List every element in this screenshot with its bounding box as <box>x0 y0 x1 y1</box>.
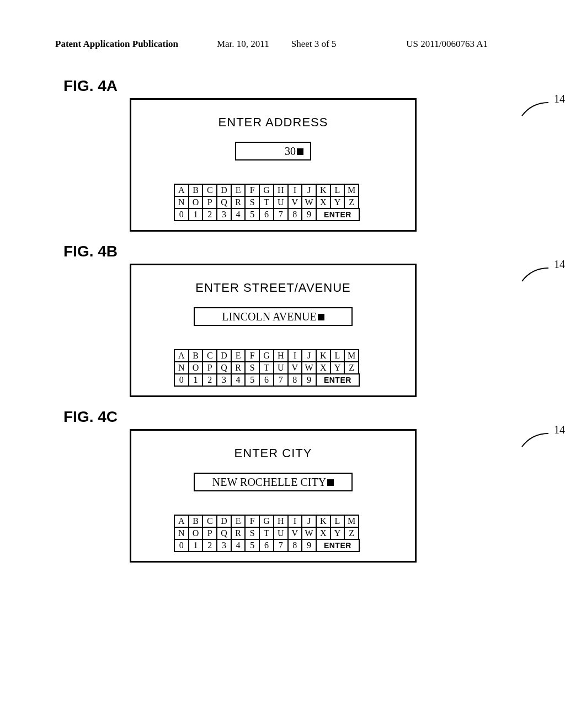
key-w[interactable]: W <box>301 361 317 374</box>
key-0[interactable]: 0 <box>174 539 189 552</box>
key-z[interactable]: Z <box>344 527 359 540</box>
key-enter[interactable]: ENTER <box>316 373 360 387</box>
key-j[interactable]: J <box>301 349 317 362</box>
key-2[interactable]: 2 <box>202 208 217 221</box>
key-v[interactable]: V <box>287 361 303 374</box>
key-8[interactable]: 8 <box>287 539 303 552</box>
key-7[interactable]: 7 <box>273 373 289 387</box>
key-enter[interactable]: ENTER <box>316 539 360 552</box>
key-z[interactable]: Z <box>344 196 359 209</box>
key-w[interactable]: W <box>301 196 317 209</box>
key-g[interactable]: G <box>259 515 274 528</box>
key-y[interactable]: Y <box>330 361 345 374</box>
key-3[interactable]: 3 <box>216 208 232 221</box>
key-q[interactable]: Q <box>216 196 232 209</box>
key-8[interactable]: 8 <box>287 208 303 221</box>
key-5[interactable]: 5 <box>244 208 260 221</box>
key-d[interactable]: D <box>216 515 232 528</box>
key-j[interactable]: J <box>301 515 317 528</box>
key-x[interactable]: X <box>316 361 331 374</box>
key-r[interactable]: R <box>231 527 246 540</box>
key-p[interactable]: P <box>202 527 217 540</box>
key-g[interactable]: G <box>259 184 274 197</box>
key-9[interactable]: 9 <box>301 373 317 387</box>
key-7[interactable]: 7 <box>273 208 289 221</box>
key-n[interactable]: N <box>174 196 189 209</box>
key-m[interactable]: M <box>344 184 359 197</box>
text-input[interactable]: 30 <box>235 142 311 160</box>
key-j[interactable]: J <box>301 184 317 197</box>
key-s[interactable]: S <box>244 361 260 374</box>
key-0[interactable]: 0 <box>174 208 189 221</box>
key-o[interactable]: O <box>188 527 204 540</box>
key-e[interactable]: E <box>231 515 246 528</box>
key-h[interactable]: H <box>273 349 289 362</box>
key-i[interactable]: I <box>287 184 303 197</box>
key-r[interactable]: R <box>231 361 246 374</box>
key-t[interactable]: T <box>259 361 274 374</box>
key-9[interactable]: 9 <box>301 208 317 221</box>
key-q[interactable]: Q <box>216 527 232 540</box>
key-p[interactable]: P <box>202 196 217 209</box>
key-9[interactable]: 9 <box>301 539 317 552</box>
key-d[interactable]: D <box>216 349 232 362</box>
key-1[interactable]: 1 <box>188 539 204 552</box>
key-5[interactable]: 5 <box>244 373 260 387</box>
key-o[interactable]: O <box>188 361 204 374</box>
key-7[interactable]: 7 <box>273 539 289 552</box>
key-d[interactable]: D <box>216 184 232 197</box>
key-l[interactable]: L <box>330 515 345 528</box>
key-6[interactable]: 6 <box>259 208 274 221</box>
key-a[interactable]: A <box>174 184 189 197</box>
key-t[interactable]: T <box>259 196 274 209</box>
key-8[interactable]: 8 <box>287 373 303 387</box>
key-enter[interactable]: ENTER <box>316 208 360 221</box>
key-c[interactable]: C <box>202 349 217 362</box>
key-f[interactable]: F <box>244 515 260 528</box>
key-o[interactable]: O <box>188 196 204 209</box>
key-1[interactable]: 1 <box>188 208 204 221</box>
key-r[interactable]: R <box>231 196 246 209</box>
key-x[interactable]: X <box>316 527 331 540</box>
key-1[interactable]: 1 <box>188 373 204 387</box>
key-6[interactable]: 6 <box>259 539 274 552</box>
key-f[interactable]: F <box>244 184 260 197</box>
key-b[interactable]: B <box>188 515 204 528</box>
key-b[interactable]: B <box>188 349 204 362</box>
text-input[interactable]: NEW ROCHELLE CITY <box>194 473 353 491</box>
key-m[interactable]: M <box>344 349 359 362</box>
key-3[interactable]: 3 <box>216 373 232 387</box>
key-3[interactable]: 3 <box>216 539 232 552</box>
key-2[interactable]: 2 <box>202 539 217 552</box>
key-n[interactable]: N <box>174 527 189 540</box>
key-c[interactable]: C <box>202 184 217 197</box>
key-g[interactable]: G <box>259 349 274 362</box>
key-u[interactable]: U <box>273 527 289 540</box>
key-y[interactable]: Y <box>330 527 345 540</box>
key-y[interactable]: Y <box>330 196 345 209</box>
key-l[interactable]: L <box>330 184 345 197</box>
key-b[interactable]: B <box>188 184 204 197</box>
key-v[interactable]: V <box>287 527 303 540</box>
key-s[interactable]: S <box>244 527 260 540</box>
key-e[interactable]: E <box>231 349 246 362</box>
key-z[interactable]: Z <box>344 361 359 374</box>
key-w[interactable]: W <box>301 527 317 540</box>
key-l[interactable]: L <box>330 349 345 362</box>
text-input[interactable]: LINCOLN AVENUE <box>194 307 353 326</box>
key-c[interactable]: C <box>202 515 217 528</box>
key-a[interactable]: A <box>174 515 189 528</box>
key-k[interactable]: K <box>316 349 331 362</box>
key-i[interactable]: I <box>287 515 303 528</box>
key-k[interactable]: K <box>316 515 331 528</box>
key-s[interactable]: S <box>244 196 260 209</box>
key-6[interactable]: 6 <box>259 373 274 387</box>
key-h[interactable]: H <box>273 184 289 197</box>
key-u[interactable]: U <box>273 361 289 374</box>
key-0[interactable]: 0 <box>174 373 189 387</box>
key-k[interactable]: K <box>316 184 331 197</box>
key-4[interactable]: 4 <box>231 373 246 387</box>
key-e[interactable]: E <box>231 184 246 197</box>
key-u[interactable]: U <box>273 196 289 209</box>
key-4[interactable]: 4 <box>231 539 246 552</box>
